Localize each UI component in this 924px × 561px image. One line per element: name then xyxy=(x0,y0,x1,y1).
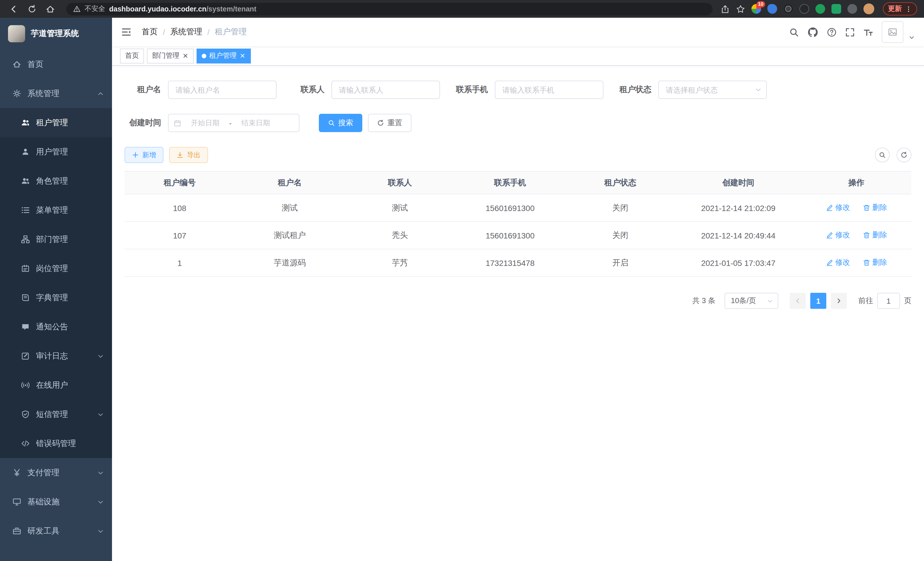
close-icon[interactable] xyxy=(239,53,246,59)
status-select[interactable] xyxy=(658,81,767,99)
menu-fold-icon[interactable] xyxy=(121,27,131,37)
extension-icon[interactable] xyxy=(848,4,857,14)
sidebar-item-role[interactable]: 角色管理 xyxy=(0,166,112,196)
page-size-select[interactable]: 10条/页 xyxy=(724,293,778,309)
sidebar-item-infra[interactable]: 基础设施 xyxy=(0,487,112,516)
security-warning-icon[interactable] xyxy=(73,5,81,13)
sidebar-item-dict[interactable]: 字典管理 xyxy=(0,283,112,312)
goto-page-input[interactable] xyxy=(877,293,900,309)
reset-button[interactable]: 重置 xyxy=(368,114,411,132)
sidebar-item-online-user[interactable]: 在线用户 xyxy=(0,371,112,400)
extension-icon[interactable] xyxy=(767,4,777,14)
tag-tenant-active[interactable]: 租户管理 xyxy=(196,48,251,63)
address-bar[interactable]: 不安全 dashboard.yudao.iocoder.cn/system/te… xyxy=(66,3,712,15)
start-date-input[interactable] xyxy=(183,118,227,128)
sidebar-item-post[interactable]: 岗位管理 xyxy=(0,254,112,283)
extension-icon[interactable] xyxy=(783,4,793,14)
sidebar-item-user[interactable]: 用户管理 xyxy=(0,137,112,166)
next-page-button[interactable] xyxy=(831,293,847,309)
delete-link[interactable]: 删除 xyxy=(862,230,887,241)
tag-home[interactable]: 首页 xyxy=(120,48,144,63)
bookmark-star-icon[interactable] xyxy=(736,4,745,14)
share-icon[interactable] xyxy=(721,4,730,14)
breadcrumb-separator: / xyxy=(163,27,165,37)
chevron-down-icon[interactable] xyxy=(909,34,915,40)
sidebar-item-audit-log[interactable]: 审计日志 xyxy=(0,341,112,371)
sidebar-item-label: 短信管理 xyxy=(36,409,68,420)
plus-icon xyxy=(132,152,139,158)
refresh-table-button[interactable] xyxy=(897,147,911,162)
phone-input[interactable] xyxy=(495,81,603,99)
contact-input[interactable] xyxy=(332,81,440,99)
page-number-active[interactable]: 1 xyxy=(810,293,826,309)
browser-back-icon[interactable] xyxy=(9,4,18,14)
date-range-separator: - xyxy=(229,119,232,127)
user-avatar[interactable] xyxy=(882,21,903,43)
edit-link[interactable]: 修改 xyxy=(825,230,850,241)
cell-tenant-id: 108 xyxy=(124,194,235,222)
extension-icon[interactable] xyxy=(815,4,825,14)
sidebar-item-label: 在线用户 xyxy=(36,380,68,390)
col-phone: 联系手机 xyxy=(455,171,566,194)
cell-tenant-name: 测试 xyxy=(235,194,345,222)
sidebar-item-dept[interactable]: 部门管理 xyxy=(0,225,112,254)
date-range-picker[interactable]: - xyxy=(168,114,299,132)
browser-home-icon[interactable] xyxy=(46,4,55,14)
search-button[interactable]: 搜索 xyxy=(319,114,362,132)
search-icon[interactable] xyxy=(789,27,799,37)
sidebar-item-payment[interactable]: 支付管理 xyxy=(0,458,112,487)
toolbox-icon xyxy=(13,527,21,535)
delete-link[interactable]: 删除 xyxy=(862,203,887,213)
close-icon[interactable] xyxy=(182,53,189,59)
audit-icon xyxy=(21,352,30,360)
sidebar-item-error-code[interactable]: 错误码管理 xyxy=(0,429,112,458)
sidebar-item-label: 首页 xyxy=(27,59,44,69)
url-text[interactable]: dashboard.yudao.iocoder.cn/system/tenant xyxy=(109,5,256,13)
font-size-icon[interactable] xyxy=(863,27,873,37)
end-date-input[interactable] xyxy=(234,118,278,128)
help-icon[interactable] xyxy=(827,27,837,37)
browser-reload-icon[interactable] xyxy=(27,4,37,14)
sidebar-item-sms[interactable]: 短信管理 xyxy=(0,400,112,429)
sidebar-item-home[interactable]: 首页 xyxy=(0,50,112,79)
export-button[interactable]: 导出 xyxy=(169,147,208,163)
extension-icon[interactable] xyxy=(831,4,841,14)
extension-icon[interactable]: 10 xyxy=(752,4,761,14)
sidebar-logo[interactable]: 芋道管理系统 xyxy=(0,18,112,50)
trash-icon xyxy=(862,259,870,266)
col-tenant-name: 租户名 xyxy=(235,171,345,194)
breadcrumb-home[interactable]: 首页 xyxy=(142,27,158,37)
browser-menu-icon[interactable] xyxy=(905,5,912,13)
table-toolbar: 新增 导出 xyxy=(124,147,911,163)
security-warning-label[interactable]: 不安全 xyxy=(85,4,105,14)
breadcrumb-system[interactable]: 系统管理 xyxy=(170,27,202,37)
cell-tenant-id: 1 xyxy=(124,249,235,277)
chrome-update-button[interactable]: 更新 xyxy=(883,2,917,15)
github-icon[interactable] xyxy=(807,27,818,38)
tag-dept[interactable]: 部门管理 xyxy=(147,48,194,63)
edit-link[interactable]: 修改 xyxy=(825,203,850,213)
sidebar-item-menu[interactable]: 菜单管理 xyxy=(0,196,112,225)
prev-page-button[interactable] xyxy=(790,293,806,309)
edit-link[interactable]: 修改 xyxy=(825,258,850,268)
sidebar-item-devtools[interactable]: 研发工具 xyxy=(0,516,112,546)
post-icon xyxy=(21,264,30,273)
toggle-search-button[interactable] xyxy=(875,147,890,162)
calendar-icon xyxy=(174,119,181,127)
cell-status: 开启 xyxy=(565,249,675,277)
extension-icon[interactable] xyxy=(800,4,809,14)
screen: 不安全 dashboard.yudao.iocoder.cn/system/te… xyxy=(0,0,924,561)
fullscreen-icon[interactable] xyxy=(845,27,855,37)
tag-label: 首页 xyxy=(125,51,139,61)
browser-profile-avatar[interactable] xyxy=(863,3,874,14)
add-button[interactable]: 新增 xyxy=(124,147,164,163)
sidebar-item-system[interactable]: 系统管理 xyxy=(0,79,112,108)
table-row: 1 芋道源码 芋艿 17321315478 开启 2021-01-05 17:0… xyxy=(124,249,911,277)
delete-link[interactable]: 删除 xyxy=(862,258,887,268)
tenant-name-input[interactable] xyxy=(168,81,277,99)
status-select-input[interactable] xyxy=(658,81,767,99)
refresh-icon xyxy=(901,152,908,158)
page-size-value: 10条/页 xyxy=(731,296,756,306)
sidebar-item-tenant[interactable]: 租户管理 xyxy=(0,108,112,137)
sidebar-item-notice[interactable]: 通知公告 xyxy=(0,312,112,341)
